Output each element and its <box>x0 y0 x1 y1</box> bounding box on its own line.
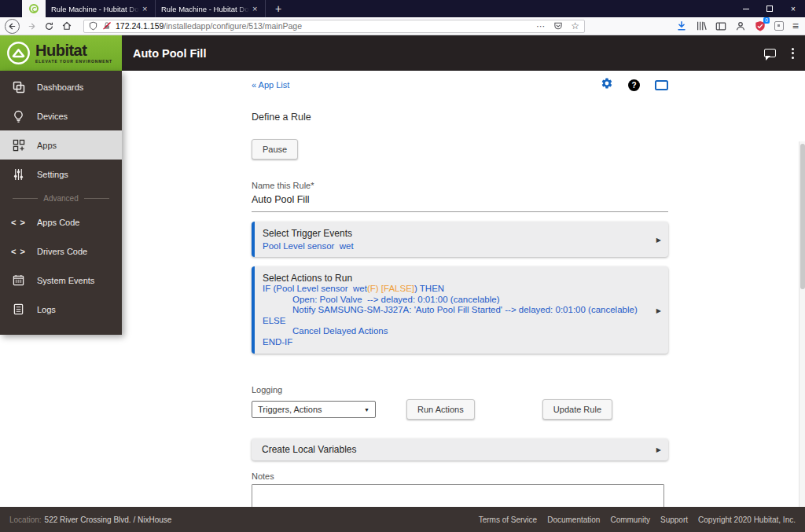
hubitat-house-icon <box>6 40 31 66</box>
help-icon[interactable]: ? <box>628 79 640 91</box>
scrollbar-thumb[interactable] <box>800 144 805 289</box>
extension-badge: 0 <box>763 17 770 24</box>
rule-notify-line: Notify SAMSUNG-SM-J327A: 'Auto Pool Fill… <box>263 305 649 316</box>
rule-if-line: IF (Pool Level sensor wet(F) [FALSE]) TH… <box>263 284 649 295</box>
logging-select[interactable]: Triggers, Actions ▼ <box>252 401 376 418</box>
pinned-tab-active[interactable] <box>22 0 46 17</box>
sidebar-item-settings[interactable]: Settings <box>0 160 122 189</box>
adblock-extension-icon[interactable]: 0 <box>755 20 766 31</box>
tab-rule-machine-docs-1[interactable]: Rule Machine - Hubitat Documenta × <box>46 0 156 17</box>
library-icon[interactable] <box>696 20 707 31</box>
brand-name: Hubitat <box>35 42 112 58</box>
tab-title: Rule Machine - Hubitat Documenta <box>51 5 139 13</box>
tab-rule-machine-docs-2[interactable]: Rule Machine - Hubitat Documenta × <box>156 0 266 17</box>
reload-button[interactable] <box>44 21 54 31</box>
menu-icon[interactable]: ≡ <box>792 20 799 32</box>
titlebar-spacer <box>0 0 22 17</box>
sidebar-item-label: Logs <box>37 305 56 314</box>
overflow-menu-icon[interactable] <box>792 48 794 59</box>
lightbulb-icon <box>0 110 37 123</box>
actions-section[interactable]: Select Actions to Run IF (Pool Level sen… <box>252 266 668 354</box>
sidebar-item-dashboards[interactable]: Dashboards <box>0 72 122 101</box>
apps-grid-icon <box>0 139 37 152</box>
sidebar-item-label: Apps <box>37 141 57 150</box>
bookmark-star-icon[interactable]: ☆ <box>571 20 579 31</box>
sidebar-nav: Dashboards Devices Apps Settings Advance… <box>0 71 122 335</box>
calendar-icon <box>0 274 37 286</box>
tab-title: Rule Machine - Hubitat Documenta <box>161 5 249 13</box>
rule-name-label: Name this Rule* <box>252 181 668 190</box>
trigger-summary: Pool Level sensor wet <box>263 241 649 251</box>
browser-window: Rule Machine - Hubitat Documenta × Rule … <box>0 0 805 532</box>
browser-toolbar: 172.24.1.159 /installedapp/configure/513… <box>0 17 805 35</box>
footer-link-support[interactable]: Support <box>660 515 688 524</box>
app-list-back-link[interactable]: « App List <box>252 80 289 90</box>
chevron-right-icon: ▶ <box>656 306 661 314</box>
notes-label: Notes <box>252 471 668 481</box>
footer-link-terms[interactable]: Terms of Service <box>479 515 537 524</box>
sidebar-item-label: Settings <box>37 170 68 179</box>
rule-name-input[interactable]: Auto Pool Fill <box>252 194 668 212</box>
run-actions-button[interactable]: Run Actions <box>406 399 475 420</box>
sidebar-toggle-icon[interactable] <box>715 21 726 31</box>
chevron-right-icon: ▶ <box>656 236 661 243</box>
footer-link-documentation[interactable]: Documentation <box>547 515 600 524</box>
sidebar-item-label: Apps Code <box>37 218 79 227</box>
chat-icon[interactable] <box>764 49 776 57</box>
dashboards-icon <box>0 81 37 94</box>
display-icon[interactable] <box>655 80 668 90</box>
pocket-icon[interactable] <box>553 21 563 31</box>
back-button[interactable] <box>5 19 20 34</box>
window-close-button[interactable]: × <box>781 0 805 17</box>
trigger-events-section[interactable]: Select Trigger Events Pool Level sensor … <box>252 222 668 257</box>
sidebar-item-label: System Events <box>37 276 94 285</box>
insecure-lock-icon[interactable] <box>102 21 112 31</box>
location-label: Location: <box>9 515 42 524</box>
sidebar-item-apps-code[interactable]: < > Apps Code <box>0 207 122 237</box>
location-value: 522 River Crossing Blvd. / NixHouse <box>45 515 172 524</box>
sidebar-item-label: Drivers Code <box>37 247 87 256</box>
pause-button[interactable]: Pause <box>252 139 298 160</box>
sidebar-item-system-events[interactable]: System Events <box>0 266 122 295</box>
page-scrollbar[interactable] <box>799 141 805 532</box>
hubitat-logo[interactable]: Hubitat ELEVATE YOUR ENVIRONMENT <box>0 35 122 71</box>
window-controls: × <box>734 0 805 17</box>
account-icon[interactable] <box>735 20 746 31</box>
window-minimize-button[interactable] <box>734 0 758 17</box>
app-header: Hubitat ELEVATE YOUR ENVIRONMENT Auto Po… <box>0 35 805 71</box>
sidebar-item-drivers-code[interactable]: < > Drivers Code <box>0 237 122 266</box>
url-path: /installedapp/configure/513/mainPage <box>164 21 302 31</box>
address-bar[interactable]: 172.24.1.159 /installedapp/configure/513… <box>83 20 585 33</box>
actions-section-title: Select Actions to Run <box>263 273 649 284</box>
footer-copyright: Copyright 2020 Hubitat, Inc. <box>698 515 796 524</box>
gear-icon[interactable] <box>601 77 613 93</box>
sidebar-item-logs[interactable]: Logs <box>0 295 122 324</box>
variables-section-title: Create Local Variables <box>262 444 649 455</box>
sidebar-item-apps[interactable]: Apps <box>0 130 122 160</box>
tab-close-icon[interactable]: × <box>142 5 147 13</box>
tracking-shield-icon[interactable] <box>89 21 97 31</box>
extension-icon[interactable] <box>774 21 784 31</box>
footer-link-community[interactable]: Community <box>610 515 650 524</box>
browser-tab-bar: Rule Machine - Hubitat Documenta × Rule … <box>0 0 805 17</box>
window-maximize-button[interactable] <box>758 0 781 17</box>
home-button[interactable] <box>61 20 72 31</box>
sidebar-divider-advanced: Advanced <box>0 189 122 207</box>
page-title: Auto Pool Fill <box>133 47 206 60</box>
page-actions-icon[interactable]: ⋯ <box>536 21 546 31</box>
tab-close-icon[interactable]: × <box>252 5 257 13</box>
forward-button[interactable] <box>27 21 37 31</box>
new-tab-button[interactable]: + <box>266 0 291 17</box>
rule-cancel-line: Cancel Delayed Actions <box>263 326 649 337</box>
update-rule-button[interactable]: Update Rule <box>542 399 612 420</box>
local-variables-section[interactable]: Create Local Variables ▶ <box>252 438 668 460</box>
rule-open-line: Open: Pool Valve --> delayed: 0:01:00 (c… <box>263 295 649 306</box>
rule-endif-line: END-IF <box>263 337 649 348</box>
sidebar-item-label: Dashboards <box>37 83 83 92</box>
hubitat-favicon-icon <box>29 4 39 13</box>
chevron-right-icon: ▶ <box>656 446 661 453</box>
trigger-section-title: Select Trigger Events <box>263 228 649 239</box>
sidebar-item-devices[interactable]: Devices <box>0 101 122 130</box>
downloads-icon[interactable] <box>676 20 687 31</box>
logging-label: Logging <box>252 385 668 394</box>
